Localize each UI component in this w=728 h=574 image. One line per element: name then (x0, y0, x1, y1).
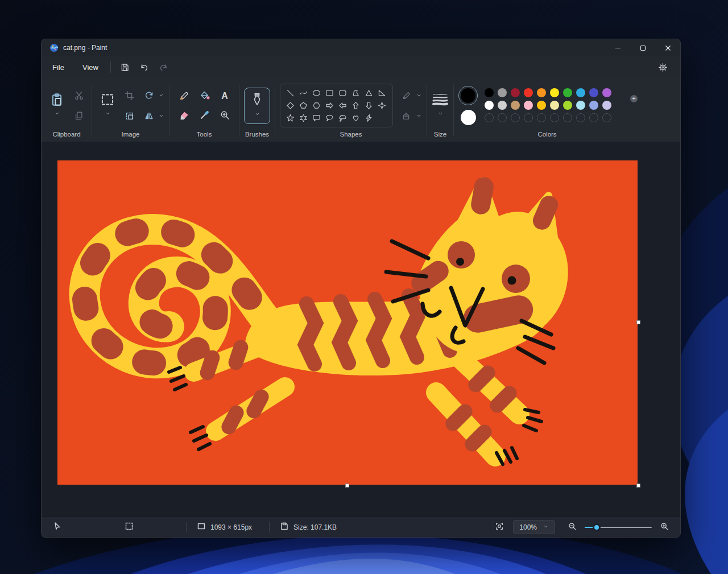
palette-swatch[interactable] (537, 101, 546, 110)
zoom-in-button[interactable] (660, 522, 669, 532)
fit-to-screen-button[interactable] (495, 522, 504, 532)
shape-hexagon[interactable] (311, 100, 322, 111)
shape-up-arrow[interactable] (350, 100, 362, 111)
menu-file[interactable]: File (45, 60, 72, 75)
shape-fill-chevron[interactable] (416, 111, 422, 121)
save-button[interactable] (115, 59, 135, 75)
shape-diamond[interactable] (284, 100, 296, 111)
palette-swatch[interactable] (550, 88, 559, 97)
color2-swatch[interactable] (461, 110, 476, 125)
pencil-tool[interactable] (175, 88, 193, 105)
shape-triangle[interactable] (363, 87, 375, 98)
shape-left-arrow[interactable] (337, 100, 349, 111)
shape-five-point-star[interactable] (284, 112, 296, 123)
palette-empty-slot[interactable] (537, 113, 546, 122)
shape-rectangle[interactable] (324, 87, 336, 98)
fill-tool[interactable] (195, 88, 213, 105)
paste-button[interactable] (46, 90, 68, 121)
palette-empty-slot[interactable] (524, 113, 533, 122)
undo-button[interactable] (135, 59, 154, 75)
magnifier-tool[interactable] (216, 107, 234, 124)
select-button[interactable] (97, 90, 118, 121)
palette-swatch[interactable] (537, 88, 546, 97)
palette-empty-slot[interactable] (602, 113, 611, 122)
shape-right-arrow[interactable] (324, 100, 336, 111)
palette-swatch[interactable] (563, 101, 572, 110)
flip-button[interactable] (141, 109, 157, 123)
palette-swatch[interactable] (602, 88, 611, 97)
palette-swatch[interactable] (511, 88, 520, 97)
shape-oval[interactable] (311, 87, 322, 98)
shape-down-arrow[interactable] (363, 100, 375, 111)
shape-lightning[interactable] (363, 112, 375, 123)
palette-swatch[interactable] (589, 88, 598, 97)
palette-swatch[interactable] (589, 101, 598, 110)
brushes-button[interactable] (244, 88, 270, 124)
shape-pentagon[interactable] (297, 100, 309, 111)
palette-swatch[interactable] (511, 101, 520, 110)
palette-empty-slot[interactable] (550, 113, 559, 122)
resize-handle-bottom[interactable] (345, 484, 349, 488)
zoom-level-dropdown[interactable]: 100% (513, 520, 555, 534)
palette-swatch[interactable] (602, 101, 611, 110)
shape-polygon[interactable] (350, 87, 362, 98)
shape-outline-chevron[interactable] (416, 90, 422, 101)
palette-empty-slot[interactable] (511, 113, 520, 122)
resize-handle-corner[interactable] (636, 484, 640, 488)
color-picker-tool[interactable] (195, 107, 213, 124)
shape-line[interactable] (284, 87, 296, 98)
resize-button[interactable] (122, 109, 138, 123)
zoom-slider-thumb[interactable] (593, 523, 601, 531)
brushes-dropdown-chevron[interactable] (254, 109, 260, 119)
close-button[interactable] (655, 39, 680, 56)
crop-button[interactable] (122, 88, 138, 103)
drawing-canvas[interactable] (57, 160, 638, 485)
zoom-out-button[interactable] (568, 522, 577, 532)
shape-cloud-callout[interactable] (337, 112, 349, 123)
shape-four-point-star[interactable] (376, 100, 388, 111)
palette-swatch[interactable] (498, 101, 507, 110)
palette-empty-slot[interactable] (498, 113, 507, 122)
shape-rounded-rectangle[interactable] (337, 87, 349, 98)
size-button[interactable] (432, 92, 449, 119)
shape-rounded-callout[interactable] (311, 112, 322, 123)
palette-empty-slot[interactable] (576, 113, 585, 122)
resize-handle-right[interactable] (636, 320, 640, 324)
palette-swatch[interactable] (563, 88, 572, 97)
palette-swatch[interactable] (485, 101, 494, 110)
shape-right-triangle[interactable] (376, 87, 388, 98)
palette-swatch[interactable] (550, 101, 559, 110)
palette-empty-slot[interactable] (485, 113, 494, 122)
select-dropdown-chevron[interactable] (105, 109, 111, 119)
shape-outline-button[interactable] (399, 88, 415, 103)
settings-button[interactable] (653, 59, 672, 75)
copy-button[interactable] (71, 109, 87, 123)
palette-swatch[interactable] (576, 88, 585, 97)
palette-empty-slot[interactable] (589, 113, 598, 122)
shape-oval-callout[interactable] (324, 112, 336, 123)
rotate-button[interactable] (141, 88, 157, 103)
palette-swatch[interactable] (524, 101, 533, 110)
palette-swatch[interactable] (524, 88, 533, 97)
rotate-dropdown-chevron[interactable] (158, 90, 164, 101)
redo-button[interactable] (154, 59, 173, 75)
palette-empty-slot[interactable] (563, 113, 572, 122)
menu-view[interactable]: View (75, 60, 106, 75)
zoom-slider[interactable] (585, 523, 652, 531)
maximize-button[interactable] (630, 39, 655, 56)
palette-swatch[interactable] (498, 88, 507, 97)
flip-dropdown-chevron[interactable] (158, 111, 164, 121)
cut-button[interactable] (71, 88, 87, 103)
eraser-tool[interactable] (175, 107, 193, 124)
palette-swatch[interactable] (576, 101, 585, 110)
text-tool[interactable]: A (216, 88, 234, 105)
shape-fill-button[interactable] (399, 109, 415, 123)
minimize-button[interactable] (605, 39, 630, 56)
shape-heart[interactable] (350, 112, 362, 123)
color1-swatch-selected[interactable] (458, 86, 478, 105)
palette-swatch[interactable] (485, 88, 494, 97)
edit-colors-button[interactable]: + (619, 97, 636, 114)
size-dropdown-chevron[interactable] (437, 109, 444, 119)
paste-dropdown-chevron[interactable] (54, 109, 60, 119)
shape-six-point-star[interactable] (297, 112, 309, 123)
